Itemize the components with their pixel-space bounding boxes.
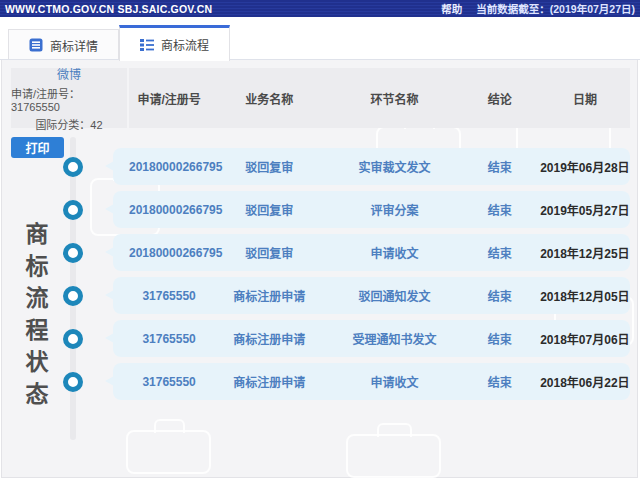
row-cell: 驳回复审 [209, 201, 329, 218]
row-cell: 31765550 [129, 332, 209, 346]
row-cell: 结束 [460, 158, 540, 175]
data-cutoff-label: 当前数据截至：(2019年07月27日) [476, 1, 635, 16]
row-cell: 2018年12月05日 [540, 287, 630, 304]
column-header: 日期 [540, 90, 630, 107]
timeline-node [63, 200, 83, 220]
intl-class-label: 国际分类：42 [35, 116, 102, 132]
row-cell: 结束 [460, 201, 540, 218]
table-row: 31765550商标注册申请受理通知书发文结束2018年07月06日 [113, 320, 630, 357]
row-cell: 2018年06月22日 [540, 373, 630, 390]
trademark-process-page: WWW.CTMO.GOV.CN SBJ.SAIC.GOV.CN 帮助 当前数据截… [0, 0, 640, 482]
trademark-name-link[interactable]: 微博 [57, 65, 81, 82]
help-link[interactable]: 帮助 [441, 1, 462, 16]
table-row: 20180000266795驳回复审实审裁文发文结束2019年06月28日 [113, 148, 630, 185]
column-header: 结论 [460, 90, 540, 107]
row-cell: 驳回复审 [209, 244, 329, 261]
registration-number-label: 申请/注册号：31765550 [11, 85, 127, 113]
site-domains: WWW.CTMO.GOV.CN SBJ.SAIC.GOV.CN [5, 3, 212, 15]
table-row: 20180000266795驳回复审申请收文结束2018年12月25日 [113, 234, 630, 271]
list-icon [140, 38, 154, 52]
row-cell: 20180000266795 [129, 203, 209, 217]
process-rows: 20180000266795驳回复审实审裁文发文结束2019年06月28日201… [113, 148, 630, 406]
timeline-node [63, 329, 83, 349]
tab-trademark-details[interactable]: 商标详情 [8, 29, 119, 60]
row-cell: 2019年05月27日 [540, 201, 630, 218]
timeline-node [63, 243, 83, 263]
row-cell: 申请收文 [329, 244, 459, 261]
timeline-node [63, 372, 83, 392]
watermark-shape [346, 434, 441, 478]
row-cell: 驳回复审 [209, 158, 329, 175]
trademark-info-card: 微博 申请/注册号：31765550 国际分类：42 [11, 68, 127, 128]
row-cell: 结束 [460, 244, 540, 261]
row-cell: 驳回通知发文 [329, 287, 459, 304]
tab-label: 商标详情 [50, 37, 98, 54]
row-cell: 商标注册申请 [209, 287, 329, 304]
row-cell: 31765550 [129, 375, 209, 389]
tab-trademark-process[interactable]: 商标流程 [119, 25, 230, 61]
process-content: 微博 申请/注册号：31765550 国际分类：42 申请/注册号业务名称环节名… [1, 60, 638, 478]
table-header: 申请/注册号业务名称环节名称结论日期 [129, 68, 630, 128]
row-cell: 受理通知书发文 [329, 330, 459, 347]
row-cell: 评审分案 [329, 201, 459, 218]
row-cell: 31765550 [129, 289, 209, 303]
row-cell: 结束 [460, 373, 540, 390]
row-cell: 20180000266795 [129, 246, 209, 260]
print-button[interactable]: 打印 [11, 137, 64, 158]
row-cell: 实审裁文发文 [329, 158, 459, 175]
tab-strip: 商标详情 商标流程 [0, 17, 640, 60]
row-cell: 结束 [460, 287, 540, 304]
row-cell: 商标注册申请 [209, 330, 329, 347]
vertical-page-title: 商标流程状态 [23, 222, 46, 414]
watermark-shape [126, 430, 211, 474]
row-cell: 商标注册申请 [209, 373, 329, 390]
timeline-node [63, 286, 83, 306]
table-row: 31765550商标注册申请申请收文结束2018年06月22日 [113, 363, 630, 400]
row-cell: 20180000266795 [129, 160, 209, 174]
row-cell: 结束 [460, 330, 540, 347]
top-bar: WWW.CTMO.GOV.CN SBJ.SAIC.GOV.CN 帮助 当前数据截… [0, 0, 640, 17]
document-icon [29, 38, 43, 52]
row-cell: 2019年06月28日 [540, 158, 630, 175]
column-header: 业务名称 [209, 90, 329, 107]
timeline-node [63, 157, 83, 177]
table-row: 31765550商标注册申请驳回通知发文结束2018年12月05日 [113, 277, 630, 314]
column-header: 环节名称 [329, 90, 459, 107]
row-cell: 申请收文 [329, 373, 459, 390]
table-row: 20180000266795驳回复审评审分案结束2019年05月27日 [113, 191, 630, 228]
column-header: 申请/注册号 [129, 90, 209, 107]
row-cell: 2018年12月25日 [540, 244, 630, 261]
tab-label: 商标流程 [161, 36, 209, 53]
row-cell: 2018年07月06日 [540, 330, 630, 347]
